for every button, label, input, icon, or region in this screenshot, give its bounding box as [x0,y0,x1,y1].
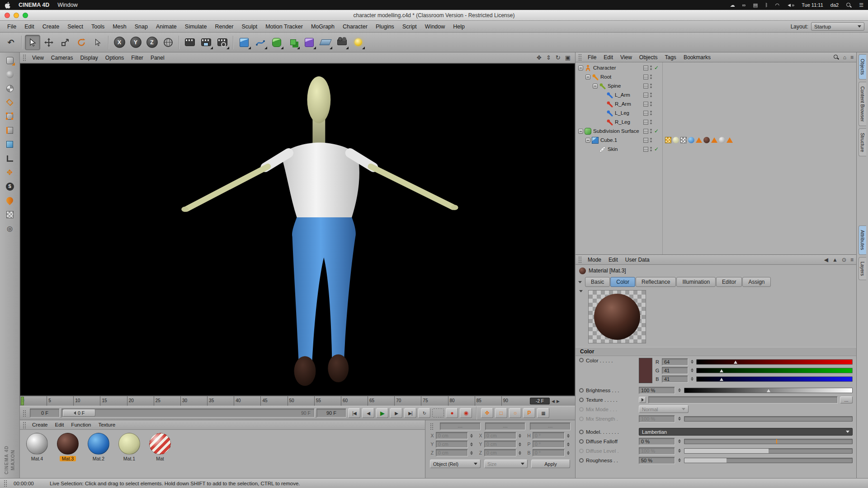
menu-render[interactable]: Render [211,22,237,31]
keyframe-circle-icon[interactable] [579,398,584,402]
points-mode-button[interactable] [2,109,18,123]
menu-window-macos[interactable]: Window [57,2,77,8]
tab-assign[interactable]: Assign [742,277,770,287]
list-icon[interactable]: ≡ [850,54,854,61]
visibility-dots[interactable] [650,120,652,124]
bluetooth-icon[interactable]: ᛒ [765,2,768,8]
rotation-b-field[interactable]: 0 ° [533,449,565,456]
layer-toggle[interactable] [643,120,648,125]
om-menu-file[interactable]: File [585,53,599,61]
stepper-icon[interactable] [690,367,694,374]
axis-modification-button[interactable]: ✥ [2,165,18,179]
visibility-dots[interactable] [650,75,652,79]
record-keyframe-button[interactable]: ● [446,408,458,418]
panel-grip[interactable] [23,54,26,61]
red-slider[interactable] [696,359,853,365]
settings-icon[interactable]: ≡ [850,257,854,263]
timeline-slider[interactable]: 0 F 90 F [61,408,315,418]
menu-select[interactable]: Select [64,22,87,31]
next-key-button[interactable]: ▶ [390,408,402,418]
render-to-picture-viewer-button[interactable] [198,35,214,50]
om-menu-edit[interactable]: Edit [600,53,616,61]
play-sound-button[interactable] [432,408,444,418]
layer-toggle[interactable] [643,129,648,134]
visibility-dots[interactable] [650,138,652,142]
viewport-menu-filter[interactable]: Filter [128,54,146,62]
timeline-ruler[interactable]: 0 5 10 15 20 25 30 35 40 45 50 55 60 65 … [20,396,575,406]
panel-grip[interactable] [23,410,26,417]
record-scale-toggle[interactable]: □ [495,408,507,418]
om-menu-objects[interactable]: Objects [636,53,661,61]
uvw-tag-icon[interactable] [665,137,671,143]
size-x-field[interactable]: 0 cm [484,432,516,439]
rotate-view-icon[interactable]: ↻ [556,54,561,61]
loop-playback-button[interactable]: ↻ [418,408,430,418]
phong-tag-icon[interactable] [711,137,717,143]
user-menu[interactable]: da2 [830,2,839,8]
panel-grip[interactable] [578,256,582,263]
material-item-selected[interactable]: Mat.3 [55,433,80,461]
app-name[interactable]: CINEMA 4D [19,2,49,8]
viewport-menu-view[interactable]: View [29,54,47,62]
tree-row-l-arm[interactable]: L_Arm [576,90,856,99]
viewport-filter-button[interactable]: ◎ [2,221,18,235]
menu-tools[interactable]: Tools [88,22,108,31]
roughness-slider[interactable] [684,458,853,463]
menu-plugins[interactable]: Plugins [372,22,398,31]
enabled-check-icon[interactable]: ✓ [654,128,659,134]
add-environment-button[interactable] [318,35,333,50]
browse-texture-button[interactable]: ... [840,396,853,404]
lock-z-axis-button[interactable]: Z [144,35,160,50]
diffuse-falloff-field[interactable]: 0 % [639,438,675,445]
green-slider[interactable] [696,368,853,373]
layer-toggle[interactable] [643,102,648,107]
enabled-check-icon[interactable]: ✓ [654,65,659,71]
blue-value-field[interactable]: 41 [662,375,688,383]
polygons-mode-button[interactable] [2,137,18,151]
goto-start-button[interactable]: |◀ [348,408,360,418]
spotlight-search-icon[interactable] [846,2,852,8]
history-back-icon[interactable]: ◀ [824,257,828,263]
collapse-arrow-icon[interactable] [578,281,582,283]
next-key-arrow-icon[interactable]: ▶ [557,399,560,404]
collapse-icon[interactable] [593,84,598,89]
render-view-button[interactable] [182,35,198,50]
position-z-field[interactable]: 0 cm [436,449,468,456]
lock-workplane-button[interactable] [2,207,18,221]
add-deformer-button[interactable] [302,35,317,50]
om-menu-bookmarks[interactable]: Bookmarks [680,53,714,61]
uvw-tag-icon[interactable] [680,137,687,143]
tab-reflectance[interactable]: Reflectance [636,277,676,287]
panel-grip[interactable] [430,423,434,430]
preview-range-field[interactable]: -2 F [530,398,550,404]
position-x-field[interactable]: 0 cm [436,432,468,439]
blue-slider[interactable] [696,376,853,382]
apple-menu-icon[interactable] [5,2,10,9]
menu-edit[interactable]: Edit [21,22,38,31]
menu-window[interactable]: Window [421,22,448,31]
size-mode-dropdown[interactable]: Size [484,460,528,468]
visibility-dots[interactable] [650,93,652,97]
om-menu-tags[interactable]: Tags [662,53,679,61]
layer-toggle[interactable] [643,66,648,70]
stepper-icon[interactable] [566,450,571,456]
texture-arrow-button[interactable] [639,397,646,403]
material-preview[interactable] [588,290,646,343]
am-menu-edit[interactable]: Edit [605,256,621,264]
keyframe-circle-icon[interactable] [579,358,584,362]
menu-script[interactable]: Script [399,22,420,31]
stepper-icon[interactable] [677,457,682,464]
keyframe-selection-button[interactable]: ▦ [537,408,549,418]
roughness-field[interactable]: 50 % [639,457,675,464]
materials-menu-create[interactable]: Create [29,421,51,428]
layer-toggle[interactable] [643,138,648,143]
tree-row-r-leg[interactable]: R_Leg [576,117,856,127]
stepper-icon[interactable] [566,432,571,439]
texture-tag-icon[interactable] [703,137,710,143]
size-z-field[interactable]: 0 cm [484,449,516,456]
add-subdivision-surface-button[interactable] [269,35,284,50]
menu-animate[interactable]: Animate [152,22,180,31]
stepper-icon[interactable] [566,441,571,447]
workplane-mode-button[interactable] [2,95,18,109]
visibility-dots[interactable] [650,66,652,70]
